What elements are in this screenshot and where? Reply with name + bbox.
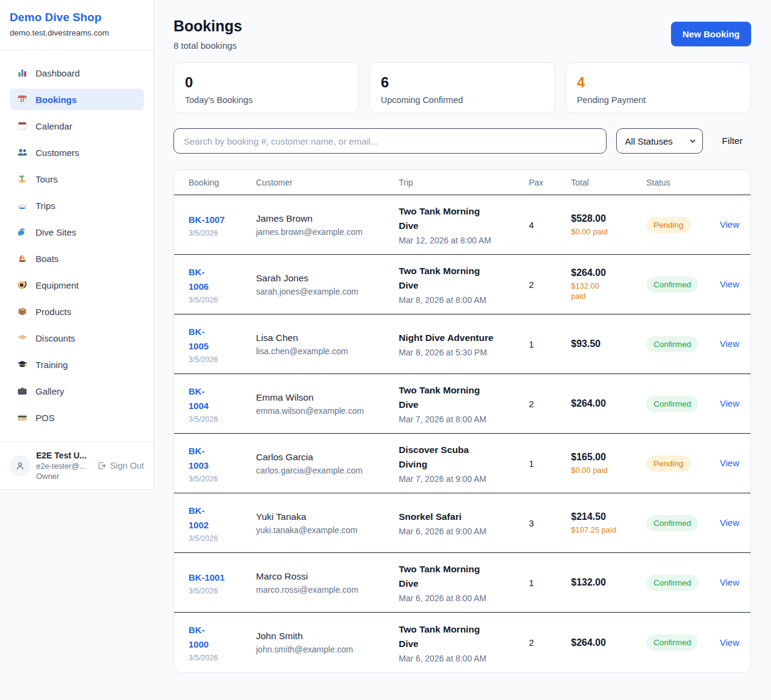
view-link[interactable]: View [720, 398, 739, 408]
column-header-customer: Customer [256, 178, 399, 187]
view-link[interactable]: View [720, 458, 739, 468]
trip-datetime: Mar 8, 2026 at 5:30 PM [399, 348, 529, 357]
trip-datetime: Mar 6, 2026 at 8:00 AM [399, 654, 529, 663]
view-link[interactable]: View [720, 517, 739, 528]
booking-date: 3/5/2026 [189, 475, 256, 483]
sidebar-item-trips[interactable]: Trips [10, 195, 144, 216]
status-filter-select[interactable]: All Statuses [616, 128, 703, 154]
booking-date: 3/5/2026 [189, 587, 256, 595]
stat-value: 4 [577, 74, 740, 91]
island-icon [17, 173, 28, 184]
customer-email: carlos.garcia@example.com [256, 466, 399, 475]
total-amount: $264.00 [571, 637, 646, 648]
page-title: Bookings [173, 17, 242, 35]
customer-name: James Brown [256, 213, 399, 224]
sidebar-item-bookings[interactable]: 17 Bookings [10, 89, 144, 110]
sidebar-item-label: Customers [36, 148, 80, 158]
sidebar-item-label: Dashboard [36, 68, 80, 78]
sidebar-item-dashboard[interactable]: Dashboard [10, 62, 144, 84]
sidebar-item-calendar[interactable]: Calendar [10, 115, 144, 137]
credit-card-icon [17, 412, 28, 423]
customer-name: Marco Rossi [256, 571, 399, 582]
stats-row: 0 Today's Bookings 6 Upcoming Confirmed … [173, 62, 751, 113]
paid-amount: $0.00 paid [571, 465, 646, 475]
calendar-icon [17, 120, 28, 131]
customer-email: john.smith@example.com [256, 645, 399, 654]
view-link[interactable]: View [720, 219, 739, 230]
tag-icon [17, 333, 28, 343]
avatar [10, 455, 30, 476]
trip-name: Two Tank Morning Dive [399, 562, 529, 591]
wave-icon [17, 227, 28, 237]
sidebar: Demo Dive Shop demo.test.divestreams.com… [0, 0, 154, 490]
booking-id-link[interactable]: BK- 1006 [189, 265, 256, 294]
sidebar-item-gallery[interactable]: Gallery [10, 380, 144, 402]
booking-id-link[interactable]: BK- 1002 [189, 504, 256, 533]
booking-date: 3/5/2026 [189, 229, 256, 237]
pax-value: 2 [529, 399, 571, 409]
customer-name: Lisa Chen [256, 333, 399, 343]
view-link[interactable]: View [720, 279, 739, 289]
sidebar-item-label: Tours [36, 174, 58, 184]
total-amount: $264.00 [571, 267, 646, 278]
filter-button[interactable]: Filter [713, 136, 751, 146]
shop-title: Demo Dive Shop [10, 11, 144, 24]
sidebar-item-products[interactable]: Products [10, 301, 144, 322]
trip-datetime: Mar 8, 2026 at 8:00 AM [399, 295, 529, 305]
sidebar-item-label: Trips [36, 201, 55, 211]
trip-name: Two Tank Morning Dive [399, 204, 529, 233]
trip-datetime: Mar 7, 2026 at 8:00 AM [399, 414, 529, 424]
sidebar-item-label: Training [36, 360, 68, 370]
sidebar-item-label: Boats [36, 254, 58, 264]
dive-mask-icon [17, 280, 28, 290]
main-content: Bookings 8 total bookings New Booking 0 … [154, 0, 771, 691]
total-amount: $528.00 [571, 213, 646, 224]
status-badge: Confirmed [646, 575, 698, 591]
sidebar-item-discounts[interactable]: Discounts [10, 327, 144, 349]
booking-id-link[interactable]: BK- 1000 [189, 623, 256, 652]
sidebar-item-label: Dive Sites [36, 227, 76, 237]
customer-email: james.brown@example.com [256, 227, 399, 237]
booking-date: 3/5/2026 [189, 534, 256, 543]
new-booking-button[interactable]: New Booking [671, 22, 751, 46]
user-footer: E2E Test U... e2e-tester@... Owner Sign … [0, 442, 154, 489]
status-badge: Confirmed [646, 396, 698, 412]
table-row: BK-1007 3/5/2026 James Brown james.brown… [174, 195, 751, 255]
trip-datetime: Mar 12, 2026 at 8:00 AM [399, 236, 529, 245]
view-link[interactable]: View [720, 339, 739, 349]
view-link[interactable]: View [720, 637, 739, 648]
sidebar-item-equipment[interactable]: Equipment [10, 274, 144, 296]
status-badge: Pending [646, 217, 691, 233]
stat-card-todays-bookings: 0 Today's Bookings [173, 62, 359, 113]
sidebar-item-training[interactable]: Training [10, 354, 144, 375]
sidebar-item-dive-sites[interactable]: Dive Sites [10, 221, 144, 243]
sidebar-item-boats[interactable]: Boats [10, 248, 144, 269]
trip-datetime: Mar 6, 2026 at 9:00 AM [399, 527, 529, 536]
shop-domain: demo.test.divestreams.com [10, 28, 144, 37]
user-role: Owner [36, 472, 91, 481]
booking-id-link[interactable]: BK-1007 [189, 213, 256, 227]
customer-name: Carlos Garcia [256, 452, 399, 463]
sign-out-button[interactable]: Sign Out [97, 461, 144, 470]
booking-id-link[interactable]: BK- 1003 [189, 444, 256, 473]
booking-id-link[interactable]: BK- 1005 [189, 325, 256, 354]
sidebar-item-label: Equipment [36, 280, 79, 290]
page-subtitle: 8 total bookings [173, 40, 242, 51]
table-row: BK- 1000 3/5/2026 John Smith john.smith@… [174, 613, 751, 672]
graduation-cap-icon [17, 359, 28, 370]
pax-value: 1 [529, 339, 571, 349]
search-input[interactable] [173, 128, 607, 154]
trip-name: Night Dive Adventure [399, 331, 529, 345]
view-link[interactable]: View [720, 577, 739, 587]
bar-chart-icon [17, 67, 28, 78]
stat-value: 6 [381, 74, 543, 91]
sidebar-item-customers[interactable]: Customers [10, 142, 144, 163]
sidebar-item-tours[interactable]: Tours [10, 168, 144, 190]
column-header-total: Total [571, 178, 646, 187]
svg-text:17: 17 [20, 98, 25, 102]
stat-card-upcoming-confirmed: 6 Upcoming Confirmed [369, 62, 555, 113]
booking-id-link[interactable]: BK- 1004 [189, 384, 256, 413]
sidebar-item-pos[interactable]: POS [10, 407, 144, 428]
table-header-row: Booking Customer Trip Pax Total Status [174, 170, 751, 195]
booking-id-link[interactable]: BK-1001 [189, 570, 256, 585]
